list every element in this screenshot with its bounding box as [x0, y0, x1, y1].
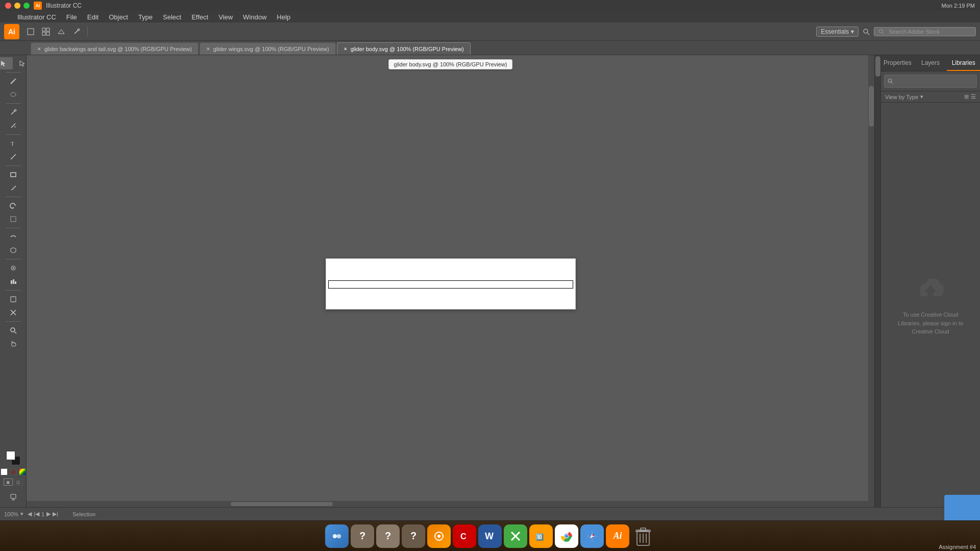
- add-anchor-tool[interactable]: +: [4, 119, 22, 132]
- fill-none-btn[interactable]: [1, 468, 8, 475]
- dock-app-q1[interactable]: ?: [351, 524, 374, 548]
- svg-rect-22: [13, 279, 14, 284]
- dock-app-finder[interactable]: [325, 524, 349, 548]
- tab-close-1[interactable]: ✕: [206, 46, 210, 52]
- dock-app-illustrator[interactable]: Ai: [606, 524, 629, 548]
- rect-tool[interactable]: [4, 169, 22, 181]
- dock-app-trash[interactable]: [631, 524, 655, 548]
- svg-point-20: [12, 268, 14, 269]
- selection-tool[interactable]: [0, 57, 13, 69]
- page-prev-btn[interactable]: ◀: [28, 511, 32, 517]
- page-first-btn[interactable]: |◀: [34, 511, 39, 517]
- fill-stroke-swatches[interactable]: [6, 451, 20, 465]
- artboard-tool[interactable]: [4, 293, 22, 305]
- page-nav[interactable]: ◀ |◀ 1 ▶ ▶|: [28, 511, 58, 517]
- menu-effect[interactable]: Effect: [186, 12, 213, 22]
- hand-tool[interactable]: [4, 338, 22, 350]
- panel-tab-libraries[interactable]: Libraries: [947, 55, 980, 71]
- essentials-dropdown[interactable]: Essentials ▾: [816, 27, 859, 37]
- pencil-tool[interactable]: [4, 182, 22, 194]
- panel-toolbar: View by Type ▾ ⊞ ☰: [881, 91, 980, 103]
- tab-close-2[interactable]: ✕: [344, 46, 348, 52]
- toolbar-vector-btn[interactable]: [55, 26, 67, 38]
- symbolsprayer-tool[interactable]: [4, 262, 22, 274]
- menu-type[interactable]: Type: [133, 12, 158, 22]
- page-last-btn[interactable]: ▶|: [53, 511, 58, 517]
- menu-illustrator[interactable]: Illustrator CC: [12, 12, 61, 22]
- app-icon-small: Ai: [34, 2, 42, 10]
- panel-search-input[interactable]: [895, 77, 973, 86]
- canvas-tooltip: glider body.svg @ 100% (RGB/GPU Preview): [388, 59, 513, 69]
- fill-swatch[interactable]: [6, 451, 15, 460]
- menu-select[interactable]: Select: [158, 12, 186, 22]
- toolbar-new-btn[interactable]: [24, 26, 37, 38]
- magic-wand-tool[interactable]: [4, 75, 22, 87]
- traffic-light-close[interactable]: [5, 3, 11, 9]
- rotate-tool[interactable]: [4, 200, 22, 212]
- page-next-btn[interactable]: ▶: [46, 511, 51, 517]
- dock-app-word[interactable]: W: [478, 524, 502, 548]
- dock-app-cute[interactable]: C: [453, 524, 476, 548]
- pen-tool[interactable]: [4, 106, 22, 118]
- canvas-scrollbar-vertical[interactable]: [868, 55, 874, 507]
- slicing-tool[interactable]: [4, 306, 22, 319]
- direct-selection-tool[interactable]: [13, 57, 27, 69]
- panel-search-area: [881, 71, 980, 91]
- lasso-tool[interactable]: [4, 88, 22, 101]
- ai-logo: Ai: [4, 24, 19, 39]
- canvas-scrollbar-horizontal[interactable]: [27, 501, 868, 507]
- tab-0[interactable]: ✕ glider backwings and tail.svg @ 100% (…: [31, 42, 199, 55]
- panel-tab-layers[interactable]: Layers: [914, 55, 947, 71]
- presentation-mode-btn[interactable]: [4, 491, 22, 503]
- svg-rect-23: [15, 281, 16, 284]
- dock-app-q2[interactable]: ?: [376, 524, 400, 548]
- tab-close-0[interactable]: ✕: [37, 46, 41, 52]
- dock-app-blender[interactable]: [427, 524, 451, 548]
- menu-view[interactable]: View: [213, 12, 238, 22]
- canvas-area[interactable]: glider body.svg @ 100% (RGB/GPU Preview): [27, 55, 874, 507]
- panel-tab-properties[interactable]: Properties: [881, 55, 914, 71]
- svg-text:W: W: [485, 531, 494, 541]
- menu-object[interactable]: Object: [104, 12, 133, 22]
- svg-line-11: [15, 79, 16, 80]
- dock: ? ? ? C W 🔟: [0, 520, 980, 551]
- toolbar-pen-btn[interactable]: [70, 26, 83, 38]
- dock-app-chrome[interactable]: [555, 524, 578, 548]
- menu-edit[interactable]: Edit: [82, 12, 104, 22]
- dock-app-ten[interactable]: 🔟: [529, 524, 553, 548]
- free-transform-tool[interactable]: [4, 244, 22, 256]
- panel-edge-scrollbar[interactable]: [874, 55, 880, 507]
- menu-help[interactable]: Help: [272, 12, 296, 22]
- menu-window[interactable]: Window: [238, 12, 272, 22]
- line-tool[interactable]: [4, 151, 22, 163]
- color-picker-btn[interactable]: [19, 468, 26, 475]
- dock-app-x[interactable]: [504, 524, 527, 548]
- zoom-tool[interactable]: [4, 324, 22, 337]
- view-by-type-btn[interactable]: View by Type ▾: [885, 93, 923, 100]
- tab-2[interactable]: ✕ glider body.svg @ 100% (RGB/GPU Previe…: [337, 42, 471, 55]
- dock-app-safari[interactable]: [580, 524, 604, 548]
- none-color-btn[interactable]: ⊘: [10, 468, 17, 475]
- list-view-btn[interactable]: ☰: [971, 93, 976, 100]
- search-icon-toolbar: [863, 28, 870, 35]
- traffic-light-minimize[interactable]: [14, 3, 20, 9]
- draw-inside[interactable]: ◫: [14, 478, 23, 486]
- stock-search-field[interactable]: Search Adobe Stock: [874, 27, 976, 36]
- column-graph-tool[interactable]: [4, 275, 22, 288]
- traffic-light-fullscreen[interactable]: [23, 3, 30, 9]
- grid-view-btn[interactable]: ⊞: [964, 93, 969, 100]
- menu-file[interactable]: File: [61, 12, 82, 22]
- svg-rect-2: [46, 28, 50, 31]
- type-tool[interactable]: T: [4, 137, 22, 150]
- transform-tool[interactable]: [4, 213, 22, 225]
- tab-1[interactable]: ✕ glider wings.svg @ 100% (RGB/GPU Previ…: [200, 42, 336, 55]
- dock-app-q3[interactable]: ?: [402, 524, 425, 548]
- assignment-badge: Assignment #4: [939, 544, 976, 550]
- svg-point-38: [337, 534, 341, 538]
- toolbar: Ai Essentials ▾ Search Adobe Stock: [0, 22, 980, 41]
- svg-rect-0: [28, 29, 34, 35]
- toolbar-arrange-btn[interactable]: [40, 26, 52, 38]
- draw-normal[interactable]: ▣: [4, 478, 13, 486]
- zoom-control[interactable]: 100% ▾: [4, 511, 23, 517]
- warp-tool[interactable]: [4, 231, 22, 243]
